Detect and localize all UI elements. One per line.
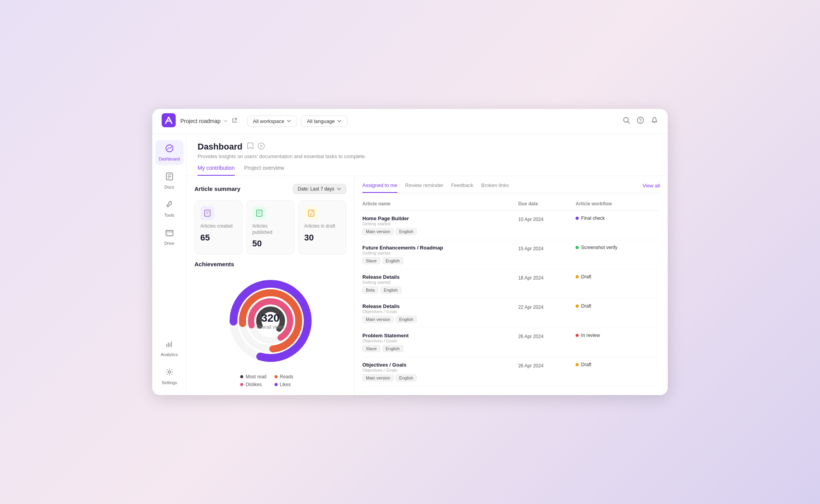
article-section: Getting started xyxy=(362,280,512,285)
workspace-filter-label: All workspace xyxy=(253,118,284,124)
article-section: Getting started xyxy=(362,221,512,226)
logo[interactable] xyxy=(162,113,180,129)
tag: English xyxy=(396,228,417,235)
table-row[interactable]: Home Page Builder Getting started Main v… xyxy=(362,210,660,240)
svg-rect-6 xyxy=(166,230,173,236)
article-name-cell: Problem Statement Objectives / Goals Sla… xyxy=(362,328,515,357)
workflow-cell: Final check xyxy=(572,210,660,240)
svg-rect-10 xyxy=(205,210,210,216)
content-header: Dashboard xyxy=(187,134,668,176)
search-icon[interactable] xyxy=(622,116,630,126)
sidebar-item-analytics-label: Analytics xyxy=(160,352,178,357)
svg-point-1 xyxy=(624,118,628,122)
app-container: Project roadmap All workspace All langua… xyxy=(152,109,668,395)
workflow-label: In review xyxy=(581,333,600,338)
due-date: 22 Apr 2024 xyxy=(518,305,544,310)
sidebar-item-docs-label: Docs xyxy=(164,185,174,189)
table-row[interactable]: Problem Statement Objectives / Goals Sla… xyxy=(362,328,660,357)
language-filter[interactable]: All language xyxy=(301,116,348,127)
tab-my-contribution[interactable]: My contribution xyxy=(198,165,235,176)
workflow-label: Draft xyxy=(581,274,591,280)
stat-card-draft: Articles in draft 30 xyxy=(298,200,346,255)
sidebar-item-dashboard[interactable]: Dashboard xyxy=(155,140,184,165)
workflow-status-dot xyxy=(576,305,579,308)
articles-published-label: Articles published xyxy=(252,223,289,235)
workflow-label: Final check xyxy=(581,215,605,221)
legend-reads: Reads xyxy=(275,374,301,379)
sidebar-item-analytics[interactable]: Analytics xyxy=(155,336,184,361)
legend-most-read-label: Most read xyxy=(246,374,266,379)
due-date-cell: 15 Apr 2024 xyxy=(515,240,572,269)
stats-cards: Articles created 65 Articles published xyxy=(194,200,346,255)
table-row[interactable]: Release Details Getting started BetaEngl… xyxy=(362,269,660,298)
due-date: 26 Apr 2024 xyxy=(518,334,544,339)
play-icon[interactable] xyxy=(257,142,265,151)
overall-views-label: Overall views xyxy=(257,324,284,330)
legend-dislikes-label: Dislikes xyxy=(246,382,262,387)
workflow-label: Draft xyxy=(581,303,591,309)
language-filter-label: All language xyxy=(307,118,335,124)
legend-most-read: Most read xyxy=(240,374,266,379)
svg-rect-12 xyxy=(308,210,314,216)
article-name: Home Page Builder xyxy=(362,215,512,221)
project-selector[interactable]: Project roadmap xyxy=(180,118,228,124)
donut-chart: 320 Overall views xyxy=(224,274,317,368)
view-all-button[interactable]: View all xyxy=(642,183,660,192)
stat-card-created: Articles created 65 xyxy=(194,200,242,255)
article-section: Objectives / Goals xyxy=(362,338,512,343)
tag: Main version xyxy=(362,374,394,381)
book-icon[interactable] xyxy=(246,142,254,151)
articles-published-value: 50 xyxy=(252,239,289,249)
left-panel: Article summary Date: Last 7 days xyxy=(187,176,355,395)
right-panel: Assigned to me Review reminder Feedback … xyxy=(355,176,668,395)
most-read-dot xyxy=(240,375,243,378)
sidebar-item-settings[interactable]: Settings xyxy=(155,364,184,389)
analytics-icon xyxy=(165,340,174,351)
external-link-icon[interactable] xyxy=(232,117,238,125)
notifications-icon[interactable] xyxy=(651,116,658,126)
article-name-cell: Release Details Objectives / Goals Main … xyxy=(362,298,515,328)
workflow-label: Draft xyxy=(581,362,591,367)
right-tabs: Assigned to me Review reminder Feedback … xyxy=(362,182,660,193)
due-date: 15 Apr 2024 xyxy=(518,246,544,251)
legend-dislikes: Dislikes xyxy=(240,382,266,387)
chevron-down-icon xyxy=(337,119,342,123)
sidebar-item-docs[interactable]: Docs xyxy=(155,168,184,193)
chevron-down-icon xyxy=(223,118,228,124)
article-tags: BetaEnglish xyxy=(362,287,512,294)
table-row[interactable]: Future Enhancements / Roadmap Getting st… xyxy=(362,240,660,269)
tag: English xyxy=(380,287,401,294)
two-col: Article summary Date: Last 7 days xyxy=(187,176,668,395)
article-summary-header: Article summary Date: Last 7 days xyxy=(194,184,346,194)
achievements-title: Achievements xyxy=(194,261,234,267)
help-icon[interactable] xyxy=(636,116,644,126)
tag: English xyxy=(382,345,403,352)
articles-draft-icon xyxy=(304,206,318,220)
legend-likes: Likes xyxy=(275,382,301,387)
sidebar-item-tools[interactable]: Tools xyxy=(155,196,184,221)
due-date-cell: 10 Apr 2024 xyxy=(515,210,572,240)
tag: English xyxy=(396,316,417,323)
tab-review-reminder[interactable]: Review reminder xyxy=(405,182,444,193)
tab-feedback[interactable]: Feedback xyxy=(451,182,473,193)
tab-broken-links[interactable]: Broken links xyxy=(481,182,509,193)
workflow-cell: Draft xyxy=(572,298,660,328)
sidebar-item-drive[interactable]: Drive xyxy=(155,224,184,249)
table-row[interactable]: Objectives / Goals Objectives / Goals Ma… xyxy=(362,357,660,386)
svg-point-7 xyxy=(167,233,168,234)
article-name-cell: Future Enhancements / Roadmap Getting st… xyxy=(362,240,515,269)
tab-project-overview[interactable]: Project overview xyxy=(244,165,284,176)
table-row[interactable]: Release Details Objectives / Goals Main … xyxy=(362,298,660,328)
article-tags: SlaveEnglish xyxy=(362,257,512,264)
due-date-cell: 18 Apr 2024 xyxy=(515,269,572,298)
workspace-filter[interactable]: All workspace xyxy=(247,116,297,127)
tag: Slave xyxy=(362,257,380,264)
tab-assigned-to-me[interactable]: Assigned to me xyxy=(362,182,398,193)
tag: Main version xyxy=(362,228,394,235)
achievements-section: Achievements xyxy=(194,261,346,268)
date-filter-button[interactable]: Date: Last 7 days xyxy=(293,184,346,194)
article-tags: Main versionEnglish xyxy=(362,228,512,235)
docs-icon xyxy=(165,172,174,183)
page-title-icons xyxy=(246,142,265,151)
due-date-cell: 26 Apr 2024 xyxy=(515,328,572,357)
